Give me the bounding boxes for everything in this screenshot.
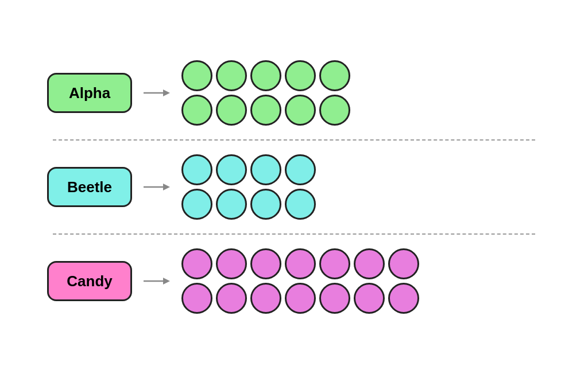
arrow-beetle	[142, 180, 171, 194]
circles-beetle	[181, 154, 316, 220]
circle	[181, 60, 212, 91]
diagram: Alpha Beetle Candy	[47, 46, 541, 328]
circle	[216, 95, 247, 126]
label-alpha: Alpha	[47, 73, 132, 113]
circles-row	[181, 189, 316, 220]
label-candy: Candy	[47, 261, 132, 301]
circle	[181, 283, 212, 314]
circle	[319, 95, 350, 126]
circles-row	[181, 154, 316, 185]
circle	[285, 248, 316, 279]
circle	[250, 283, 281, 314]
row-alpha: Alpha	[47, 46, 541, 139]
circle	[285, 283, 316, 314]
circle	[250, 248, 281, 279]
arrow-alpha	[142, 86, 171, 100]
circle	[319, 60, 350, 91]
circles-alpha	[181, 60, 350, 126]
circle	[181, 154, 212, 185]
circle	[319, 283, 350, 314]
circle	[216, 60, 247, 91]
circle	[216, 154, 247, 185]
svg-marker-1	[163, 89, 170, 96]
circle	[181, 95, 212, 126]
circle	[319, 248, 350, 279]
circle	[388, 283, 419, 314]
circle	[216, 248, 247, 279]
circles-candy	[181, 248, 419, 314]
circles-row	[181, 248, 419, 279]
circle	[285, 95, 316, 126]
row-beetle: Beetle	[47, 141, 541, 233]
circles-row	[181, 95, 350, 126]
label-beetle: Beetle	[47, 167, 132, 207]
circle	[181, 248, 212, 279]
svg-marker-5	[163, 278, 170, 285]
circle	[216, 283, 247, 314]
arrow-candy	[142, 274, 171, 288]
circle	[354, 248, 385, 279]
circle	[216, 189, 247, 220]
svg-marker-3	[163, 184, 170, 190]
circles-row	[181, 283, 419, 314]
row-candy: Candy	[47, 235, 541, 328]
circles-row	[181, 60, 350, 91]
circle	[388, 248, 419, 279]
circle	[285, 154, 316, 185]
circle	[250, 60, 281, 91]
circle	[250, 189, 281, 220]
circle	[250, 154, 281, 185]
circle	[250, 95, 281, 126]
circle	[354, 283, 385, 314]
circle	[285, 60, 316, 91]
circle	[285, 189, 316, 220]
circle	[181, 189, 212, 220]
